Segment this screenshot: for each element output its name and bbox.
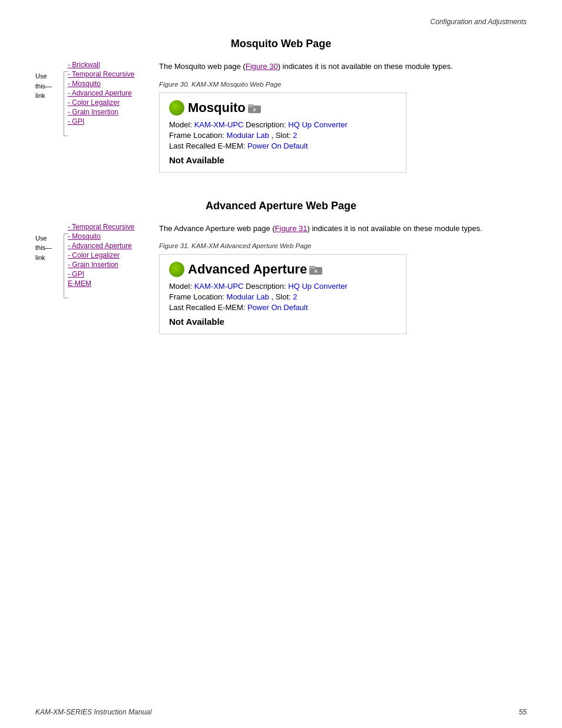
section2-figure-title-row: Advanced Aperture xyxy=(169,262,396,277)
folder-icon-2 xyxy=(309,264,322,275)
brace-line-2 xyxy=(64,233,68,298)
nav2-item-grain-insertion[interactable]: - Grain Insertion xyxy=(68,261,147,269)
section2-figure-title: Advanced Aperture xyxy=(188,262,307,277)
section1-not-available: Not Available xyxy=(169,155,396,165)
section2-row2: Frame Location: Modular Lab , Slot: 2 xyxy=(169,292,396,301)
nav-item-color-legalizer[interactable]: - Color Legalizer xyxy=(68,98,147,107)
section1-main: The Mosquito web page (Figure 30) indica… xyxy=(153,61,527,182)
section1-row2: Frame Location: Modular Lab , Slot: 2 xyxy=(169,131,396,140)
section2-title: Advanced Aperture Web Page xyxy=(35,200,527,212)
footer-right: 55 xyxy=(519,708,527,716)
svg-rect-3 xyxy=(254,110,255,111)
section1-row1: Model: KAM-XM-UPC Description: HQ Up Con… xyxy=(169,120,396,129)
section1-body: The Mosquito web page (Figure 30) indica… xyxy=(159,61,527,73)
section2-content: Use this— link - Temporal Recursive - Mo… xyxy=(35,223,527,344)
link-label-2: link xyxy=(35,253,52,263)
mosquito-icon xyxy=(169,100,184,116)
section2-row1: Model: KAM-XM-UPC Description: HQ Up Con… xyxy=(169,282,396,291)
section2-not-available: Not Available xyxy=(169,317,396,327)
link-label-1: link xyxy=(35,91,52,101)
nav-item-grain-insertion[interactable]: - Grain Insertion xyxy=(68,108,147,116)
figure30-link[interactable]: Figure 30 xyxy=(246,62,278,71)
nav2-item-color-legalizer[interactable]: - Color Legalizer xyxy=(68,251,147,259)
section1-figure-caption: Figure 30. KAM-XM Mosquito Web Page xyxy=(159,81,527,88)
page-container: Configuration and Adjustments Mosquito W… xyxy=(0,0,562,728)
header-text: Configuration and Adjustments xyxy=(430,18,527,26)
section2-sidebar: Use this— link - Temporal Recursive - Mo… xyxy=(35,223,153,344)
brace-line-1 xyxy=(64,71,68,136)
section2-body: The Advance Aperture web page (Figure 31… xyxy=(159,223,527,235)
use-this-link-1: Use this— link xyxy=(35,71,52,101)
nav-item-temporal-recursive[interactable]: - Temporal Recursive xyxy=(68,70,147,78)
section2-figure-box: Advanced Aperture Model: KAM-XM-UPC Desc… xyxy=(159,254,406,334)
nav2-item-mosquito[interactable]: - Mosquito xyxy=(68,232,147,241)
section1-figure-box: Mosquito Model: KAM-XM-UPC Description: … xyxy=(159,93,406,173)
nav-item-gpi[interactable]: - GPI xyxy=(68,117,147,126)
section1-figure-title: Mosquito xyxy=(188,100,246,116)
advanced-aperture-icon xyxy=(169,262,184,277)
figure31-link[interactable]: Figure 31 xyxy=(275,224,308,233)
svg-rect-1 xyxy=(248,104,254,107)
footer-left: KAM-XM-SERIES Instruction Manual xyxy=(35,708,151,716)
footer: KAM-XM-SERIES Instruction Manual 55 xyxy=(35,708,527,716)
section2-nav-links: - Temporal Recursive - Mosquito - Advanc… xyxy=(68,223,147,288)
section1-block: Mosquito Web Page Use this— link - Brick… xyxy=(35,38,527,182)
nav2-item-emem[interactable]: E-MEM xyxy=(68,279,147,288)
header-right: Configuration and Adjustments xyxy=(35,18,527,26)
section2-figure-caption: Figure 31. KAM-XM Advanced Aperture Web … xyxy=(159,242,527,249)
use-label-2: Use xyxy=(35,233,52,243)
use-this-link-2: Use this— link xyxy=(35,233,52,263)
nav2-item-gpi[interactable]: - GPI xyxy=(68,270,147,278)
section1-title: Mosquito Web Page xyxy=(35,38,527,50)
folder-icon-1 xyxy=(248,103,261,113)
nav-item-advanced-aperture[interactable]: - Advanced Aperture xyxy=(68,89,147,97)
section1-nav-links: - Brickwall - Temporal Recursive - Mosqu… xyxy=(68,61,147,126)
this-label-2: this— xyxy=(35,243,52,253)
nav2-item-advanced-aperture[interactable]: - Advanced Aperture xyxy=(68,242,147,250)
section1-content: Use this— link - Brickwall - Temporal Re… xyxy=(35,61,527,182)
use-label-1: Use xyxy=(35,71,52,81)
svg-rect-5 xyxy=(309,266,315,269)
section1-figure-title-row: Mosquito xyxy=(169,100,396,116)
section1-sidebar: Use this— link - Brickwall - Temporal Re… xyxy=(35,61,153,182)
nav-item-mosquito[interactable]: - Mosquito xyxy=(68,80,147,88)
section2-row3: Last Recalled E-MEM: Power On Default xyxy=(169,303,396,312)
nav2-item-temporal-recursive[interactable]: - Temporal Recursive xyxy=(68,223,147,231)
section1-row3: Last Recalled E-MEM: Power On Default xyxy=(169,141,396,150)
nav-item-brickwall[interactable]: - Brickwall xyxy=(68,61,147,69)
section2-block: Advanced Aperture Web Page Use this— lin… xyxy=(35,200,527,344)
svg-rect-7 xyxy=(315,271,316,273)
this-label-1: this— xyxy=(35,81,52,91)
section2-main: The Advance Aperture web page (Figure 31… xyxy=(153,223,527,344)
